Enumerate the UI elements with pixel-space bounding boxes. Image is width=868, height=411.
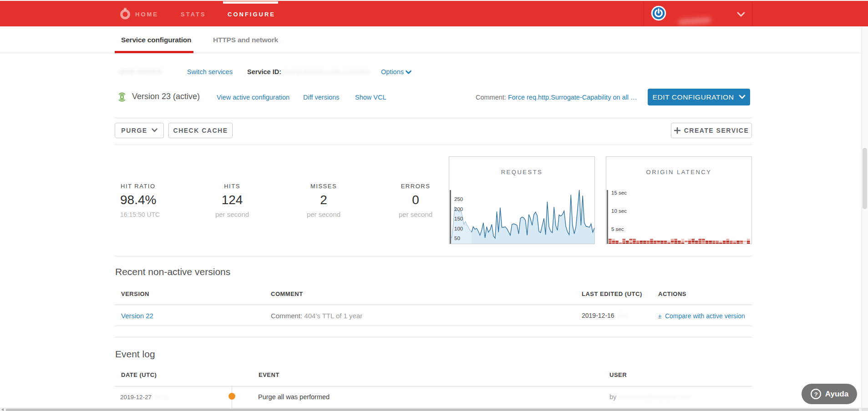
svg-text:150: 150 bbox=[454, 216, 463, 221]
svg-text:10 sec: 10 sec bbox=[611, 208, 627, 214]
svg-text:100: 100 bbox=[454, 226, 463, 231]
svg-text:50: 50 bbox=[454, 236, 460, 241]
svg-text:5 sec: 5 sec bbox=[611, 226, 624, 232]
svg-text:250: 250 bbox=[454, 196, 463, 202]
svg-text:?: ? bbox=[814, 391, 817, 398]
svg-text:15 sec: 15 sec bbox=[611, 190, 627, 195]
svg-text:200: 200 bbox=[454, 206, 463, 212]
